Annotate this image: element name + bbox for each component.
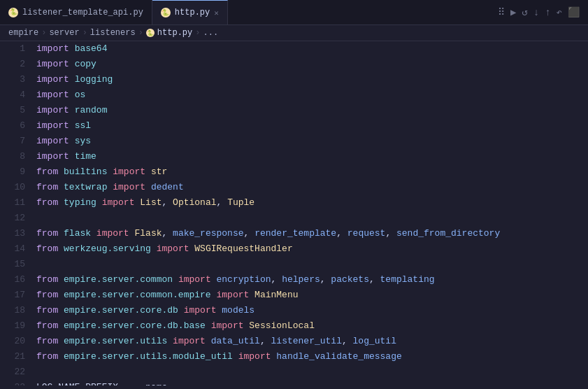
code-line: from empire.server.core.db.base import S…	[36, 318, 582, 334]
token: ,	[342, 336, 353, 346]
token: Tuple	[227, 197, 254, 208]
crumb-listeners[interactable]: listeners	[90, 28, 136, 38]
token: copy	[75, 59, 96, 69]
code-line: from empire.server.common.empire import …	[36, 288, 582, 303]
token: empire.server.common.empire	[64, 290, 211, 300]
token: sys	[75, 136, 91, 146]
line-number: 3	[6, 72, 25, 87]
code-line: import copy	[36, 57, 582, 72]
crumb-server[interactable]: server	[49, 28, 79, 38]
token	[249, 290, 254, 300]
token	[178, 305, 184, 316]
code-area: 1234567891011121314151617181920212223242…	[0, 41, 588, 386]
token: MainMenu	[254, 290, 298, 300]
token	[91, 228, 96, 239]
line-number: 8	[6, 149, 25, 164]
token: make_response	[173, 228, 243, 239]
restart-icon[interactable]: ↺	[522, 6, 527, 18]
token: ssl	[75, 120, 91, 131]
line-number: 5	[6, 103, 25, 118]
line-number: 12	[6, 211, 25, 226]
sep4: ›	[195, 28, 200, 38]
token: empire.server.common	[64, 274, 173, 285]
token: ,	[217, 197, 228, 208]
token: ,	[385, 228, 396, 239]
token: SessionLocal	[249, 320, 315, 331]
code-line: from empire.server.core.db import models	[36, 303, 582, 318]
token: handle_validate_message	[276, 351, 401, 362]
token: models	[222, 305, 254, 316]
tab-http[interactable]: 🐍 http.py ✕	[152, 0, 228, 24]
stop-icon[interactable]: ⬛	[568, 6, 580, 18]
token: import	[36, 43, 69, 54]
token: import	[113, 167, 145, 177]
step-into-icon[interactable]: ↓	[533, 7, 539, 18]
token: WSGIRequestHandler	[194, 243, 292, 254]
code-lines[interactable]: import base64import copyimport loggingim…	[31, 41, 588, 386]
token	[58, 197, 64, 208]
token: from	[36, 182, 58, 192]
token: ,	[260, 336, 271, 346]
step-out-icon[interactable]: ↑	[545, 7, 550, 18]
tab-icon-listener: 🐍	[8, 8, 18, 17]
token: Optional	[173, 197, 216, 208]
code-line: from empire.server.utils.module_util imp…	[36, 349, 582, 365]
code-line: from flask import Flask, make_response, …	[36, 226, 582, 241]
line-number: 2	[6, 57, 25, 72]
token	[69, 105, 75, 115]
code-line: from textwrap import dedent	[36, 180, 582, 195]
line-number: 13	[6, 226, 25, 241]
token: dedent	[151, 182, 184, 192]
token: from	[36, 197, 58, 208]
token: import	[36, 120, 69, 131]
code-line	[36, 257, 582, 272]
token	[69, 43, 75, 54]
code-line: from werkzeug.serving import WSGIRequest…	[36, 241, 582, 257]
line-number: 11	[6, 195, 25, 211]
token: import	[36, 74, 69, 85]
token: ,	[271, 274, 282, 285]
token: import	[178, 274, 211, 285]
token	[96, 197, 102, 208]
line-number: 20	[6, 334, 25, 349]
run-icon[interactable]: ▶	[510, 6, 516, 18]
token: =	[124, 382, 129, 386]
token: base64	[75, 43, 108, 54]
crumb-http-py[interactable]: http.py	[157, 28, 192, 38]
token: from	[36, 290, 58, 300]
token: LOG_NAME_PREFIX	[36, 382, 118, 386]
token	[145, 167, 151, 177]
token: import	[102, 197, 135, 208]
token: helpers	[282, 274, 320, 285]
token	[69, 151, 75, 162]
code-line: from builtins import str	[36, 164, 582, 180]
token	[58, 228, 64, 239]
grid-icon[interactable]: ⠿	[498, 6, 505, 18]
code-line: import random	[36, 103, 582, 118]
undo-icon[interactable]: ↶	[557, 6, 562, 18]
token: import	[36, 151, 69, 162]
tab-listener-template[interactable]: 🐍 listener_template_api.py	[0, 0, 152, 24]
token	[69, 136, 75, 146]
close-icon[interactable]: ✕	[214, 8, 219, 17]
token: log_util	[353, 336, 396, 346]
token: str	[151, 167, 167, 177]
token: import	[173, 336, 206, 346]
token: from	[36, 243, 58, 254]
code-line: import base64	[36, 41, 582, 57]
token	[69, 120, 75, 131]
token	[233, 351, 238, 362]
token: import	[36, 90, 69, 100]
line-number: 4	[6, 87, 25, 103]
token: import	[36, 105, 69, 115]
crumb-ellipsis[interactable]: ...	[203, 28, 218, 38]
token	[58, 336, 64, 346]
line-number: 19	[6, 318, 25, 334]
token: werkzeug.serving	[64, 243, 151, 254]
token: ,	[320, 274, 331, 285]
line-number: 18	[6, 303, 25, 318]
code-line: from empire.server.utils import data_uti…	[36, 334, 582, 349]
token: import	[36, 59, 69, 69]
token	[58, 243, 64, 254]
crumb-empire[interactable]: empire	[8, 28, 38, 38]
